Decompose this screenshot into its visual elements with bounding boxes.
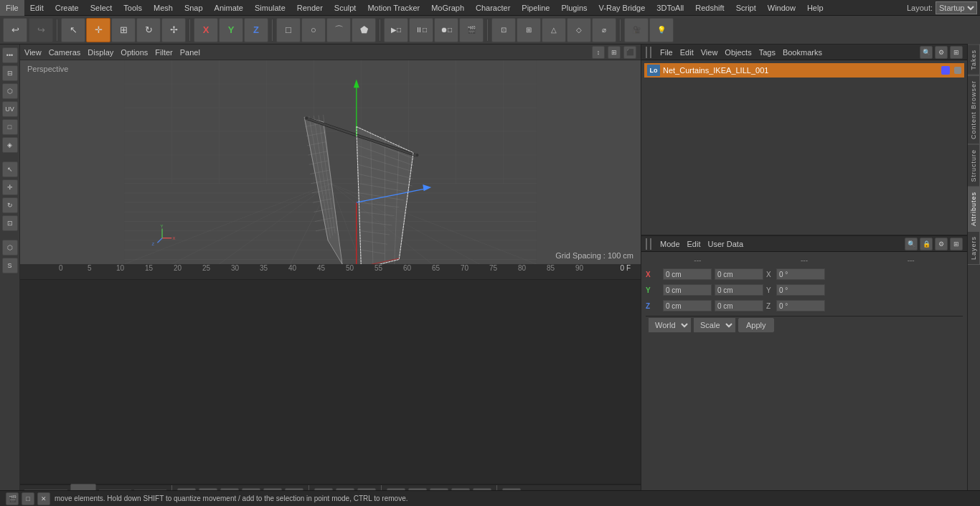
lt-points-button[interactable]: ••• (2, 47, 18, 63)
null-button[interactable]: ○ (301, 18, 326, 42)
menu-character[interactable]: Character (470, 0, 516, 16)
attr-y-pos-input[interactable] (663, 284, 712, 296)
menu-3dtoall[interactable]: 3DToAll (651, 0, 689, 16)
layout-select[interactable]: Startup (936, 1, 977, 14)
status-icon-camera[interactable]: 🎬 (6, 492, 19, 505)
y-axis-button[interactable]: Y (219, 18, 243, 42)
x-axis-button[interactable]: X (194, 18, 218, 42)
perspective-display-button[interactable]: ⊡ (491, 18, 516, 42)
render-to-po-button[interactable]: ⏺□ (434, 18, 458, 42)
menu-file[interactable]: File (0, 0, 24, 16)
menu-animate[interactable]: Animate (209, 0, 249, 16)
tab-content-browser[interactable]: Content Browser (968, 75, 980, 144)
attr-z-pos-input[interactable] (663, 300, 712, 311)
attr-y-rot-input[interactable] (776, 284, 825, 296)
lt-tool2-button[interactable]: S (2, 258, 18, 273)
render-view-button[interactable]: ▶□ (384, 18, 408, 42)
timeline-content[interactable] (20, 280, 641, 484)
menu-redshift[interactable]: Redshift (689, 0, 730, 16)
attr-x-rot-input[interactable] (776, 268, 825, 280)
vp-control-2[interactable]: ⊞ (608, 46, 621, 59)
lt-rotate-button[interactable]: ↻ (2, 197, 18, 213)
vp-filter-menu[interactable]: Filter (155, 48, 172, 57)
tab-structure[interactable]: Structure (968, 144, 980, 187)
om-bookmarks-menu[interactable]: Bookmarks (783, 48, 822, 57)
menu-create[interactable]: Create (50, 0, 85, 16)
attr-lock-icon[interactable]: 🔒 (920, 238, 933, 250)
attr-z-rot-input[interactable] (776, 300, 825, 311)
viewport[interactable]: Perspective (20, 60, 641, 264)
menu-window[interactable]: Window (762, 0, 801, 16)
select-tool-button[interactable]: ↖ (61, 18, 85, 42)
object-mode-button[interactable]: □ (276, 18, 301, 42)
apply-button[interactable]: Apply (738, 318, 774, 332)
vp-control-3[interactable]: ⬛ (623, 46, 636, 59)
attr-edit-menu[interactable]: Edit (687, 240, 701, 248)
om-tags-menu[interactable]: Tags (759, 48, 776, 57)
menu-edit[interactable]: Edit (24, 0, 50, 16)
vp-panel-menu[interactable]: Panel (180, 48, 200, 57)
tab-attributes[interactable]: Attributes (968, 187, 980, 231)
render-region-button[interactable]: ⏸□ (409, 18, 433, 42)
menu-simulate[interactable]: Simulate (249, 0, 291, 16)
attr-x-size-input[interactable] (715, 268, 763, 280)
vp-view-menu[interactable]: View (24, 48, 42, 57)
menu-snap[interactable]: Snap (179, 0, 209, 16)
attr-y-size-input[interactable] (715, 284, 763, 296)
tab-layers[interactable]: Layers (968, 231, 980, 265)
lt-edges-button[interactable]: ⊟ (2, 65, 18, 81)
z-axis-button[interactable]: Z (244, 18, 268, 42)
rotate-tool-button[interactable]: ↻ (136, 18, 161, 42)
undo-button[interactable]: ↩ (3, 18, 27, 42)
lt-move-button[interactable]: ✛ (2, 179, 18, 195)
light-button[interactable]: 💡 (649, 18, 674, 42)
attr-x-pos-input[interactable] (663, 268, 712, 280)
status-icon-render[interactable]: □ (22, 492, 34, 505)
vp-options-menu[interactable]: Options (121, 48, 148, 57)
menu-select[interactable]: Select (85, 0, 118, 16)
menu-tools[interactable]: Tools (118, 0, 148, 16)
om-search-button[interactable]: 🔍 (920, 46, 933, 59)
menu-mograph[interactable]: MoGraph (425, 0, 470, 16)
attr-search-icon[interactable]: 🔍 (905, 238, 918, 250)
object-tree-item-curtain[interactable]: Lo Net_Curtains_IKEA_LILL_001 (644, 63, 964, 78)
transform-tool-button[interactable]: ✢ (161, 18, 186, 42)
lt-uvw-button[interactable]: UV (2, 101, 18, 117)
edge-display-button[interactable]: ⌀ (592, 18, 616, 42)
generator-button[interactable]: ⬟ (352, 18, 376, 42)
om-expand-button[interactable]: ⊞ (950, 46, 963, 59)
om-edit-menu[interactable]: Edit (680, 48, 694, 57)
lt-tool1-button[interactable]: ⬡ (2, 240, 18, 256)
polygon-display-button[interactable]: △ (542, 18, 566, 42)
attr-mode-menu[interactable]: Mode (660, 240, 680, 248)
point-display-button[interactable]: ◇ (567, 18, 591, 42)
attr-userdata-menu[interactable]: User Data (708, 240, 744, 248)
menu-render[interactable]: Render (291, 0, 329, 16)
spline-button[interactable]: ⌒ (326, 18, 351, 42)
attr-settings-icon[interactable]: ⚙ (935, 238, 948, 250)
menu-motion-tracker[interactable]: Motion Tracker (362, 0, 425, 16)
lt-polygons-button[interactable]: ⬡ (2, 83, 18, 99)
scale-dropdown[interactable]: Scale (694, 318, 735, 332)
om-filter-button[interactable]: ⚙ (935, 46, 948, 59)
grid-display-button[interactable]: ⊞ (517, 18, 541, 42)
menu-pipeline[interactable]: Pipeline (516, 0, 555, 16)
menu-sculpt[interactable]: Sculpt (329, 0, 362, 16)
redo-button[interactable]: ↪ (29, 18, 53, 42)
scale-tool-button[interactable]: ⊞ (111, 18, 136, 42)
menu-script[interactable]: Script (730, 0, 762, 16)
vp-display-menu[interactable]: Display (88, 48, 113, 57)
om-view-menu[interactable]: View (701, 48, 718, 57)
vp-control-1[interactable]: ↕ (592, 46, 605, 59)
lt-object-button[interactable]: □ (2, 119, 18, 135)
om-file-menu[interactable]: File (660, 48, 673, 57)
menu-vray[interactable]: V-Ray Bridge (593, 0, 651, 16)
menu-help[interactable]: Help (801, 0, 829, 16)
lt-scene-button[interactable]: ◈ (2, 137, 18, 153)
attr-expand-icon[interactable]: ⊞ (950, 238, 963, 250)
lt-select-button[interactable]: ↖ (2, 161, 18, 177)
camera-button[interactable]: 🎥 (624, 18, 649, 42)
tab-takes[interactable]: Takes (968, 44, 980, 75)
world-scale-dropdown[interactable]: World (649, 318, 691, 332)
lt-scale2-button[interactable]: ⊡ (2, 215, 18, 231)
